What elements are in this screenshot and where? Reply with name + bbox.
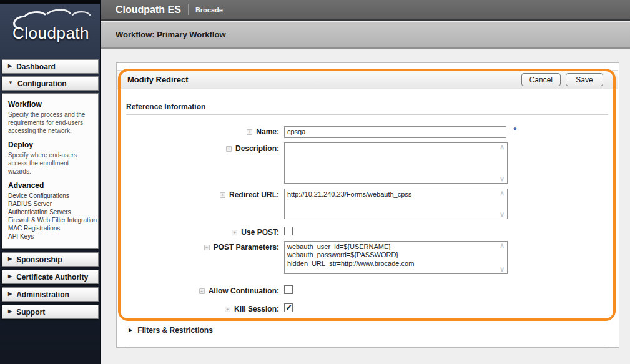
- allow-continuation-label: Allow Continuation:: [117, 285, 279, 295]
- allow-continuation-checkbox[interactable]: [284, 285, 293, 294]
- filters-restrictions-title: Filters & Restrictions: [137, 326, 213, 335]
- sidebar-item-certificate-authority[interactable]: ▶ Certificate Authority: [2, 270, 99, 284]
- top-header-bar: Cloudpath ES Brocade: [101, 0, 630, 21]
- scroll-up-icon[interactable]: ∧: [498, 242, 506, 249]
- kill-session-label: Kill Session:: [117, 303, 279, 313]
- chevron-right-icon: ▶: [129, 327, 132, 333]
- name-input[interactable]: [284, 126, 506, 138]
- submenu-link-radius-server[interactable]: RADIUS Server: [8, 200, 92, 208]
- sidebar-item-configuration[interactable]: ▼ Configuration: [2, 76, 99, 91]
- scroll-down-icon[interactable]: ∨: [498, 266, 506, 273]
- chevron-right-icon: ▶: [8, 273, 12, 279]
- page-title: Workflow: Primary Workflow: [116, 30, 226, 39]
- use-post-label: Use POST:: [117, 226, 279, 237]
- app-title: Cloudpath ES: [116, 4, 181, 16]
- chevron-down-icon: ▼: [8, 80, 13, 86]
- main-content: Modify Redirect Cancel Save Reference In…: [101, 50, 630, 364]
- cloudpath-logo: Cloudpath: [4, 7, 97, 49]
- logo-text: Cloudpath: [12, 24, 89, 43]
- help-expand-icon[interactable]: [226, 146, 232, 152]
- post-parameters-label: POST Parameters:: [117, 241, 279, 252]
- submenu-workflow[interactable]: Workflow: [8, 100, 92, 109]
- help-expand-icon[interactable]: [225, 307, 230, 312]
- scroll-up-icon[interactable]: ∧: [498, 190, 506, 197]
- use-post-row: Use POST:: [117, 226, 619, 237]
- submenu-advanced: Advanced: [8, 181, 92, 190]
- submenu-deploy-desc: Specify where end-users access the enrol…: [8, 151, 92, 175]
- redirect-url-label: Redirect URL:: [117, 189, 279, 199]
- kill-session-row: Kill Session:: [117, 303, 619, 313]
- configuration-submenu: Workflow Specify the process and the req…: [2, 93, 99, 249]
- help-expand-icon[interactable]: [204, 245, 210, 250]
- panel-header: Modify Redirect Cancel Save: [117, 70, 618, 89]
- redirect-url-row: Redirect URL: http://10.21.240.23/Forms/…: [117, 189, 619, 219]
- kill-session-checkbox[interactable]: [284, 303, 293, 312]
- panel-title: Modify Redirect: [127, 75, 189, 84]
- sidebar-item-label: Certificate Authority: [16, 273, 88, 282]
- filters-restrictions-section[interactable]: ▶ Filters & Restrictions: [126, 326, 608, 345]
- sidebar-item-label: Dashboard: [16, 62, 56, 71]
- chevron-right-icon: ▶: [8, 256, 12, 262]
- scroll-down-icon[interactable]: ∨: [498, 211, 506, 218]
- help-expand-icon[interactable]: [199, 288, 205, 294]
- sidebar-top-strip: [0, 0, 100, 4]
- save-button[interactable]: Save: [566, 73, 603, 86]
- submenu-link-api-keys[interactable]: API Keys: [8, 232, 92, 240]
- help-expand-icon[interactable]: [232, 230, 237, 235]
- sidebar-item-dashboard[interactable]: ▶ Dashboard: [2, 59, 99, 74]
- sidebar-item-label: Administration: [16, 290, 69, 299]
- sidebar-item-label: Configuration: [17, 79, 67, 88]
- sidebar-item-label: Sponsorship: [16, 255, 62, 264]
- chevron-right-icon: ▶: [8, 308, 12, 314]
- scroll-down-icon[interactable]: ∨: [498, 175, 506, 182]
- name-row: Name: *: [117, 125, 619, 138]
- company-name: Brocade: [195, 6, 223, 14]
- redirect-url-textarea[interactable]: http://10.21.240.23/Forms/webauth_cpss: [284, 189, 508, 219]
- description-textarea[interactable]: [284, 142, 508, 184]
- sidebar-item-support[interactable]: ▶ Support: [2, 305, 99, 319]
- chevron-right-icon: ▶: [8, 291, 12, 297]
- textarea-scrollbar[interactable]: ∧ ∨: [498, 189, 506, 219]
- submenu-link-device-configurations[interactable]: Device Configurations: [8, 192, 92, 200]
- help-expand-icon[interactable]: [247, 129, 252, 135]
- sidebar-item-label: Support: [16, 308, 45, 317]
- required-asterisk: *: [513, 126, 516, 135]
- allow-continuation-row: Allow Continuation:: [117, 285, 619, 295]
- submenu-deploy[interactable]: Deploy: [8, 140, 92, 149]
- use-post-checkbox[interactable]: [284, 227, 293, 235]
- post-parameters-textarea[interactable]: webauth_user_id=${USERNAME} webauth_pass…: [284, 241, 508, 274]
- submenu-workflow-desc: Specify the process and the requirements…: [8, 111, 92, 135]
- post-parameters-row: POST Parameters: webauth_user_id=${USERN…: [117, 241, 619, 274]
- submenu-link-authentication-servers[interactable]: Authentication Servers: [8, 208, 92, 216]
- sidebar-item-sponsorship[interactable]: ▶ Sponsorship: [2, 252, 99, 267]
- submenu-link-firewall-web-filter[interactable]: Firewall & Web Filter Integration: [8, 216, 92, 224]
- cancel-button[interactable]: Cancel: [521, 73, 561, 86]
- reference-information-header: Reference Information: [126, 102, 608, 115]
- textarea-scrollbar[interactable]: ∧ ∨: [498, 242, 506, 273]
- modify-redirect-panel: Modify Redirect Cancel Save Reference In…: [116, 62, 619, 348]
- description-row: Description: ∧ ∨: [117, 142, 619, 184]
- header-divider: [188, 4, 189, 15]
- description-label: Description:: [117, 142, 279, 153]
- scroll-up-icon[interactable]: ∧: [498, 144, 506, 150]
- submenu-link-mac-registrations[interactable]: MAC Registrations: [8, 224, 92, 232]
- chevron-right-icon: ▶: [8, 63, 12, 69]
- sidebar: Cloudpath ▶ Dashboard ▼ Configuration Wo…: [0, 0, 101, 364]
- page-title-band: Workflow: Primary Workflow: [101, 22, 630, 49]
- name-label: Name:: [117, 125, 279, 136]
- sidebar-item-administration[interactable]: ▶ Administration: [2, 287, 99, 302]
- help-expand-icon[interactable]: [220, 192, 225, 198]
- textarea-scrollbar[interactable]: ∧ ∨: [498, 143, 506, 183]
